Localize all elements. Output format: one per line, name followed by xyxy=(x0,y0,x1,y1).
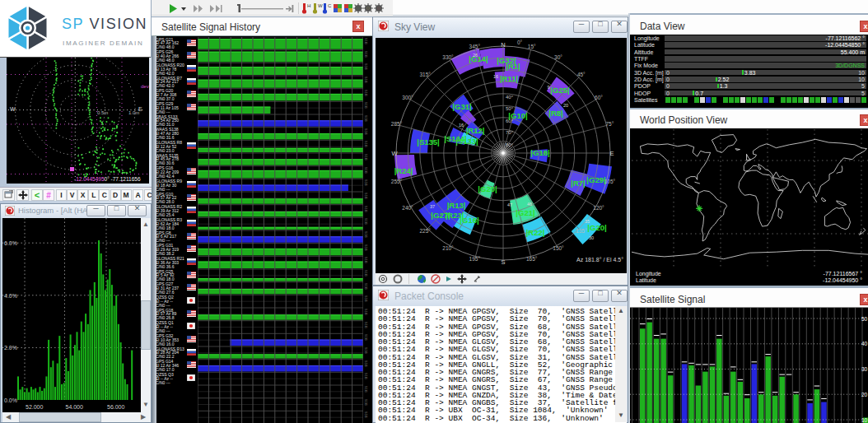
svg-text:H: H xyxy=(307,3,310,8)
svg-text:|R12|: |R12| xyxy=(466,126,485,135)
svg-text:E: E xyxy=(609,150,614,157)
svg-text:70°: 70° xyxy=(506,130,514,135)
svg-text:20: 20 xyxy=(563,103,568,108)
svg-text:|G10|: |G10| xyxy=(508,111,527,120)
svg-text:80°: 80° xyxy=(506,142,514,147)
svg-text:30: 30 xyxy=(861,366,868,372)
svg-text:|G14|: |G14| xyxy=(469,54,488,63)
svg-text:|R13|: |R13| xyxy=(447,201,466,210)
svg-text:10: 10 xyxy=(861,417,868,423)
svg-text:N: N xyxy=(501,41,505,49)
svg-text:|R22|: |R22| xyxy=(526,228,545,237)
svg-text:50: 50 xyxy=(861,316,868,322)
svg-text:285°: 285° xyxy=(391,121,403,127)
svg-text:16: 16 xyxy=(459,123,464,128)
svg-text:|G20|: |G20| xyxy=(478,184,497,193)
svg-text:|R8|: |R8| xyxy=(548,109,562,118)
svg-text:37: 37 xyxy=(430,204,435,209)
svg-text:135°: 135° xyxy=(576,228,587,234)
svg-text:|S133|: |S133| xyxy=(455,137,478,146)
svg-text:195°: 195° xyxy=(469,256,481,262)
svg-text:75°: 75° xyxy=(605,121,614,127)
svg-text:60°: 60° xyxy=(595,95,603,100)
svg-text:|R11|: |R11| xyxy=(500,74,518,83)
svg-text:345°: 345° xyxy=(469,44,481,49)
svg-text:330°: 330° xyxy=(442,54,454,60)
svg-text:255°: 255° xyxy=(391,179,403,184)
svg-text:|G27|: |G27| xyxy=(431,211,450,220)
svg-text:0°: 0° xyxy=(517,40,523,45)
svg-text:105°: 105° xyxy=(604,179,616,184)
svg-text:210°: 210° xyxy=(442,245,454,251)
svg-text:|R1|: |R1| xyxy=(506,62,520,71)
svg-text:35: 35 xyxy=(585,219,590,224)
svg-text:315°: 315° xyxy=(419,72,431,77)
svg-text:|S135|: |S135| xyxy=(417,137,440,146)
svg-text:|R7|: |R7| xyxy=(571,179,585,188)
svg-text:240°: 240° xyxy=(402,205,413,211)
svg-text:47: 47 xyxy=(507,202,512,207)
svg-text:S: S xyxy=(501,258,505,266)
svg-text:45°: 45° xyxy=(577,72,586,77)
svg-text:W: W xyxy=(318,3,323,8)
svg-text:300°: 300° xyxy=(402,95,413,100)
svg-text:|G31|: |G31| xyxy=(452,102,471,111)
svg-text:40: 40 xyxy=(861,341,868,346)
svg-text:20: 20 xyxy=(861,392,868,397)
svg-text:40°: 40° xyxy=(506,95,514,100)
svg-text:|G20|: |G20| xyxy=(587,223,606,232)
svg-text:46: 46 xyxy=(527,202,532,207)
svg-text:|G29|: |G29| xyxy=(586,175,605,184)
svg-text:|G18|: |G18| xyxy=(530,148,549,157)
svg-text:15°: 15° xyxy=(528,44,536,49)
svg-text:16: 16 xyxy=(493,74,498,79)
svg-text:225°: 225° xyxy=(419,228,431,234)
svg-text:120°: 120° xyxy=(593,205,604,211)
svg-text:30°: 30° xyxy=(554,54,562,60)
svg-text:W: W xyxy=(391,150,398,157)
svg-text:26: 26 xyxy=(473,53,478,58)
svg-text:|G25|: |G25| xyxy=(550,86,569,95)
svg-text:165°: 165° xyxy=(526,256,538,262)
svg-text:C: C xyxy=(328,3,332,8)
svg-text:30: 30 xyxy=(589,235,594,240)
svg-text:150°: 150° xyxy=(553,245,564,251)
svg-text:|G21|: |G21| xyxy=(516,208,534,217)
svg-text:|R24|: |R24| xyxy=(394,166,413,175)
svg-text:9: 9 xyxy=(547,85,549,90)
